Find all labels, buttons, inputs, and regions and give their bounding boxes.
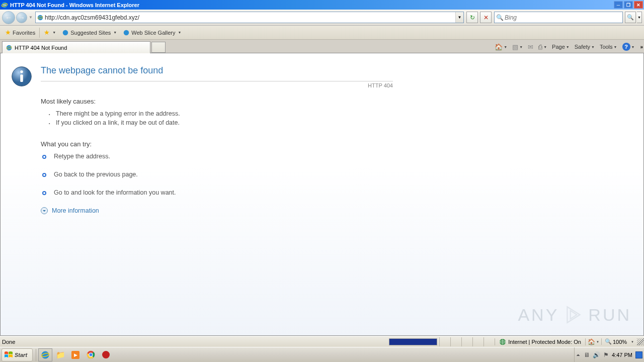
system-tray: ⏶ 🖥 🔊 ⚑ 4:47 PM bbox=[574, 347, 644, 362]
zoom-value: 100% bbox=[613, 339, 627, 345]
start-button[interactable]: Start bbox=[2, 348, 33, 361]
rss-icon: ▧ bbox=[512, 43, 518, 51]
forward-button[interactable]: → bbox=[16, 12, 27, 23]
causes-heading: Most likely causes: bbox=[41, 98, 393, 105]
tools-menu[interactable]: Tools▼ bbox=[598, 43, 619, 51]
stop-button[interactable]: ✕ bbox=[480, 12, 492, 23]
resize-grip[interactable] bbox=[637, 338, 644, 345]
error-heading: The webpage cannot be found bbox=[41, 65, 393, 76]
ie-page-icon bbox=[62, 29, 69, 36]
suggested-sites-link[interactable]: Suggested Sites ▼ bbox=[59, 28, 120, 37]
window-titlebar: HTTP 404 Not Found - Windows Internet Ex… bbox=[0, 0, 644, 10]
action-text: Retype the address. bbox=[54, 153, 110, 160]
svg-point-12 bbox=[43, 156, 45, 158]
flag-icon[interactable]: ⚑ bbox=[603, 351, 609, 358]
error-code: HTTP 404 bbox=[41, 82, 393, 88]
favorites-bar: ★ Favorites ★ ▼ Suggested Sites ▼ Web Sl… bbox=[0, 26, 644, 40]
progress-bar bbox=[389, 338, 437, 345]
new-tab-button[interactable] bbox=[151, 42, 166, 53]
search-input[interactable] bbox=[505, 14, 622, 21]
taskbar-ie-button[interactable] bbox=[38, 348, 52, 361]
info-icon bbox=[11, 65, 33, 87]
back-button[interactable]: ← bbox=[2, 11, 15, 24]
windows-logo-icon bbox=[4, 351, 13, 359]
svg-point-2 bbox=[38, 15, 43, 20]
safety-menu[interactable]: Safety▼ bbox=[573, 43, 596, 51]
search-provider-icon: 🔍 bbox=[495, 14, 505, 21]
more-information-label: More information bbox=[52, 207, 99, 214]
favorites-button[interactable]: ★ Favorites bbox=[2, 28, 38, 37]
action-item: Go back to the previous page. bbox=[42, 171, 393, 178]
status-text: Done bbox=[0, 339, 389, 345]
print-button[interactable]: ⎙▼ bbox=[537, 42, 548, 52]
taskbar: Start 📁 ▶ ⏶ 🖥 🔊 ⚑ 4:47 PM bbox=[0, 347, 644, 362]
window-title: HTTP 404 Not Found - Windows Internet Ex… bbox=[10, 2, 614, 8]
address-dropdown[interactable]: ▼ bbox=[455, 12, 463, 23]
taskbar-explorer-button[interactable]: 📁 bbox=[53, 348, 67, 361]
cause-item: There might be a typing error in the add… bbox=[56, 110, 393, 117]
address-input[interactable] bbox=[45, 14, 455, 21]
status-pane bbox=[450, 337, 461, 346]
refresh-button[interactable]: ↻ bbox=[466, 12, 478, 23]
search-button[interactable]: 🔍 bbox=[625, 12, 636, 23]
separator bbox=[36, 349, 36, 361]
search-dropdown[interactable]: ▼ bbox=[637, 12, 642, 23]
help-button[interactable]: ?▼ bbox=[621, 42, 636, 52]
status-bar: Done Internet | Protected Mode: On 🏠▼ 🔍 … bbox=[0, 336, 644, 347]
action-text: Go to and look for the information you w… bbox=[54, 189, 176, 196]
try-heading: What you can try: bbox=[41, 140, 393, 148]
minimize-button[interactable]: ─ bbox=[614, 1, 623, 9]
volume-icon[interactable]: 🔊 bbox=[593, 351, 600, 358]
add-favorites-button[interactable]: ★ ▼ bbox=[41, 28, 59, 37]
tray-expand-icon[interactable]: ⏶ bbox=[576, 352, 581, 357]
show-desktop-button[interactable] bbox=[635, 351, 642, 358]
taskbar-media-button[interactable]: ▶ bbox=[68, 348, 83, 361]
page-label: Page bbox=[552, 44, 565, 50]
command-bar: 🏠▼ ▧▼ ✉ ⎙▼ Page▼ Safety▼ Tools▼ ?▼ » bbox=[493, 41, 643, 53]
web-slice-label: Web Slice Gallery bbox=[131, 30, 175, 36]
svg-point-14 bbox=[43, 174, 45, 176]
svg-point-9 bbox=[20, 70, 23, 73]
folder-icon: 📁 bbox=[56, 350, 65, 359]
page-menu[interactable]: Page▼ bbox=[550, 43, 571, 51]
media-icon: ▶ bbox=[71, 351, 79, 359]
action-text: Go back to the previous page. bbox=[54, 171, 138, 178]
tools-label: Tools bbox=[600, 44, 613, 50]
browser-tab[interactable]: HTTP 404 Not Found bbox=[2, 41, 150, 53]
taskbar-app-button[interactable] bbox=[99, 348, 113, 361]
star-add-icon: ★ bbox=[44, 29, 50, 36]
protected-mode-icon[interactable]: 🏠▼ bbox=[585, 338, 601, 345]
maximize-button[interactable]: ❐ bbox=[624, 1, 633, 9]
page-content: The webpage cannot be found HTTP 404 Mos… bbox=[0, 53, 644, 336]
search-bar[interactable]: 🔍 bbox=[494, 12, 623, 23]
network-icon[interactable]: 🖥 bbox=[584, 351, 590, 358]
close-button[interactable]: ✕ bbox=[634, 1, 643, 9]
security-zone[interactable]: Internet | Protected Mode: On bbox=[495, 338, 585, 345]
chevron-down-icon: ▼ bbox=[178, 31, 181, 34]
feeds-button[interactable]: ▧▼ bbox=[511, 42, 524, 52]
status-pane bbox=[472, 337, 484, 346]
overflow-button[interactable]: » bbox=[640, 44, 643, 50]
web-slice-link[interactable]: Web Slice Gallery ▼ bbox=[120, 28, 184, 37]
chrome-icon bbox=[87, 350, 95, 359]
mail-icon: ✉ bbox=[528, 43, 533, 51]
help-icon: ? bbox=[622, 43, 630, 51]
watermark-text: ANY bbox=[518, 305, 559, 325]
home-icon: 🏠 bbox=[495, 43, 503, 51]
ie-logo-icon bbox=[1, 2, 8, 9]
address-bar[interactable]: ▼ bbox=[35, 12, 464, 23]
clock[interactable]: 4:47 PM bbox=[612, 352, 632, 358]
taskbar-chrome-button[interactable] bbox=[84, 348, 98, 361]
zoom-control[interactable]: 🔍 100% ▼ bbox=[601, 338, 637, 345]
watermark: ANY RUN bbox=[518, 304, 631, 325]
home-button[interactable]: 🏠▼ bbox=[493, 42, 509, 52]
nav-history-dropdown[interactable]: ▼ bbox=[28, 15, 33, 20]
page-icon bbox=[36, 14, 45, 21]
status-pane bbox=[484, 337, 495, 346]
mail-button[interactable]: ✉ bbox=[526, 42, 535, 52]
play-icon bbox=[563, 304, 584, 325]
bullet-icon bbox=[42, 172, 47, 177]
more-information-toggle[interactable]: More information bbox=[41, 207, 393, 214]
svg-point-6 bbox=[7, 45, 12, 50]
expand-icon bbox=[41, 207, 48, 214]
